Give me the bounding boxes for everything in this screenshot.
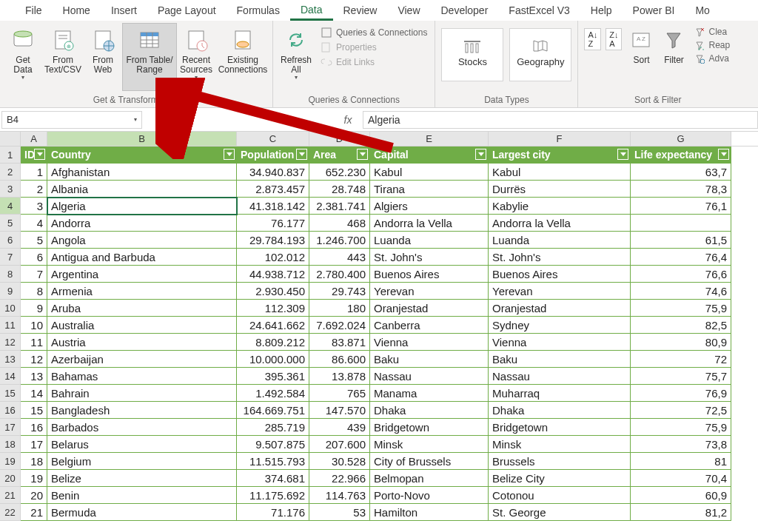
formula-value[interactable]: Algeria	[363, 111, 758, 129]
cell-F19[interactable]: Brussels	[489, 453, 631, 470]
cell-D2[interactable]: 652.230	[309, 164, 370, 181]
cell-F17[interactable]: Bridgetown	[489, 419, 631, 436]
cell-D17[interactable]: 439	[309, 419, 370, 436]
cell-G18[interactable]: 73,8	[631, 436, 731, 453]
cell-E2[interactable]: Kabul	[370, 164, 489, 181]
cell-A19[interactable]: 18	[21, 453, 47, 470]
tab-page-layout[interactable]: Page Layout	[147, 1, 227, 19]
cell-G20[interactable]: 70,4	[631, 470, 731, 487]
cell-B14[interactable]: Bahamas	[47, 368, 237, 385]
cell-E3[interactable]: Tirana	[370, 181, 489, 198]
cell-C9[interactable]: 2.930.450	[237, 283, 309, 300]
cell-B2[interactable]: Afghanistan	[47, 164, 237, 181]
cell-C16[interactable]: 164.669.751	[237, 402, 309, 419]
cell-D12[interactable]: 83.871	[309, 334, 370, 351]
cell-C17[interactable]: 285.719	[237, 419, 309, 436]
tab-view[interactable]: View	[387, 1, 430, 19]
cell-F11[interactable]: Sydney	[489, 317, 631, 334]
cell-E20[interactable]: Belmopan	[370, 470, 489, 487]
cell-F12[interactable]: Vienna	[489, 334, 631, 351]
advanced-button[interactable]: Adva	[694, 53, 730, 64]
cell-B9[interactable]: Armenia	[47, 283, 237, 300]
cell-G9[interactable]: 74,6	[631, 283, 731, 300]
tab-power-bi[interactable]: Power BI	[623, 1, 685, 19]
cell-F3[interactable]: Durrës	[489, 181, 631, 198]
row-header-16[interactable]: 16	[0, 402, 21, 419]
cell-B17[interactable]: Barbados	[47, 419, 237, 436]
cell-D4[interactable]: 2.381.741	[309, 198, 370, 215]
cell-E14[interactable]: Nassau	[370, 368, 489, 385]
cell-G12[interactable]: 80,9	[631, 334, 731, 351]
cell-E6[interactable]: Luanda	[370, 232, 489, 249]
row-header-18[interactable]: 18	[0, 436, 21, 453]
cell-D10[interactable]: 180	[309, 300, 370, 317]
cell-A4[interactable]: 3	[21, 198, 47, 215]
cell-G7[interactable]: 76,4	[631, 249, 731, 266]
cell-A10[interactable]: 9	[21, 300, 47, 317]
filter-button[interactable]: Filter	[657, 24, 690, 90]
cell-B15[interactable]: Bahrain	[47, 385, 237, 402]
col-header-F[interactable]: F	[489, 132, 631, 146]
get-data-button[interactable]: Get Data ▾	[3, 24, 43, 90]
tab-fastexcel-v3[interactable]: FastExcel V3	[498, 1, 580, 19]
recent-sources-button[interactable]: Recent Sources ▾	[176, 24, 216, 90]
cell-C19[interactable]: 11.515.793	[237, 453, 309, 470]
row-header-4[interactable]: 4	[0, 198, 21, 215]
sort-asc-button[interactable]: A↓Z	[584, 28, 601, 50]
cell-E12[interactable]: Vienna	[370, 334, 489, 351]
cell-F14[interactable]: Nassau	[489, 368, 631, 385]
cell-F9[interactable]: Yerevan	[489, 283, 631, 300]
cell-B20[interactable]: Belize	[47, 470, 237, 487]
cell-B18[interactable]: Belarus	[47, 436, 237, 453]
cell-F18[interactable]: Minsk	[489, 436, 631, 453]
filter-dropdown-capital[interactable]	[475, 149, 486, 160]
clear-filter-button[interactable]: Clea	[694, 27, 730, 37]
cell-A5[interactable]: 4	[21, 215, 47, 232]
cell-D20[interactable]: 22.966	[309, 470, 370, 487]
sort-desc-button[interactable]: Z↓A	[606, 28, 622, 50]
cell-G17[interactable]: 75,9	[631, 419, 731, 436]
cell-G16[interactable]: 72,5	[631, 402, 731, 419]
row-header-6[interactable]: 6	[0, 232, 21, 249]
cell-D19[interactable]: 30.528	[309, 453, 370, 470]
cell-G2[interactable]: 63,7	[631, 164, 731, 181]
refresh-all-button[interactable]: Refresh All ▾	[276, 24, 316, 90]
row-header-1[interactable]: 1	[0, 147, 21, 164]
cell-G19[interactable]: 81	[631, 453, 731, 470]
from-table-range-button[interactable]: From Table/ Range	[123, 24, 176, 90]
properties-button[interactable]: Properties	[321, 41, 427, 53]
from-text-csv-button[interactable]: ⊕ From Text/CSV	[43, 24, 83, 90]
cell-A22[interactable]: 21	[21, 504, 47, 521]
cell-G13[interactable]: 72	[631, 351, 731, 368]
tab-home[interactable]: Home	[53, 1, 101, 19]
col-header-C[interactable]: C	[237, 132, 309, 146]
cell-D6[interactable]: 1.246.700	[309, 232, 370, 249]
cell-G11[interactable]: 82,5	[631, 317, 731, 334]
cell-C6[interactable]: 29.784.193	[237, 232, 309, 249]
cell-E21[interactable]: Porto-Novo	[370, 487, 489, 504]
cell-F15[interactable]: Muharraq	[489, 385, 631, 402]
cell-A14[interactable]: 13	[21, 368, 47, 385]
cell-F4[interactable]: Kabylie	[489, 198, 631, 215]
cell-E19[interactable]: City of Brussels	[370, 453, 489, 470]
cell-B8[interactable]: Argentina	[47, 266, 237, 283]
col-header-E[interactable]: E	[370, 132, 489, 146]
cell-C18[interactable]: 9.507.875	[237, 436, 309, 453]
row-header-14[interactable]: 14	[0, 368, 21, 385]
cell-F5[interactable]: Andorra la Vella	[489, 215, 631, 232]
cell-G6[interactable]: 61,5	[631, 232, 731, 249]
cell-F10[interactable]: Oranjestad	[489, 300, 631, 317]
cell-D15[interactable]: 765	[309, 385, 370, 402]
cell-C8[interactable]: 44.938.712	[237, 266, 309, 283]
cell-D18[interactable]: 207.600	[309, 436, 370, 453]
cell-A8[interactable]: 7	[21, 266, 47, 283]
cell-C20[interactable]: 374.681	[237, 470, 309, 487]
cell-D14[interactable]: 13.878	[309, 368, 370, 385]
cell-F22[interactable]: St. George	[489, 504, 631, 521]
row-header-11[interactable]: 11	[0, 317, 21, 334]
row-header-20[interactable]: 20	[0, 470, 21, 487]
row-header-21[interactable]: 21	[0, 487, 21, 504]
sort-button[interactable]: A Z Sort	[625, 24, 657, 90]
cell-B13[interactable]: Azerbaijan	[47, 351, 237, 368]
cell-B6[interactable]: Angola	[47, 232, 237, 249]
